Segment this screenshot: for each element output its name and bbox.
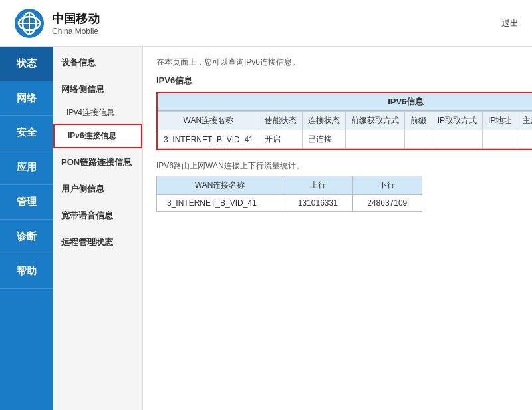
sub-nav-user-info[interactable]: 用户侧信息: [53, 176, 142, 202]
sub-nav-section-user: 用户侧信息: [53, 176, 142, 202]
col-prefix-method: 前缀获取方式: [345, 112, 404, 130]
col-enable-status: 使能状态: [259, 112, 302, 130]
nav-item-security[interactable]: 安全: [0, 116, 53, 150]
main-content: 在本页面上，您可以查询IPv6连接信息。 IPV6信息 IPV6信息 WAN连接…: [143, 47, 532, 410]
nav-item-diag[interactable]: 诊断: [0, 220, 53, 254]
sub-nav-device-info[interactable]: 设备信息: [53, 50, 142, 75]
sub-nav-network-side[interactable]: 网络侧信息: [53, 77, 142, 102]
sub-nav-section-device: 设备信息: [53, 50, 142, 75]
sub-nav-ipv4[interactable]: IPv4连接信息: [53, 102, 142, 124]
col-wan-name: WAN连接名称: [158, 112, 259, 130]
cell-prefix-method: [345, 130, 404, 149]
cell-enable-status: 开启: [259, 130, 302, 149]
col-conn-status: 连接状态: [302, 112, 345, 130]
sub-nav-section-remote: 远程管理状态: [53, 230, 142, 255]
traffic-col-down: 下行: [352, 176, 422, 195]
ipv6-table-header: IPV6信息: [158, 93, 532, 111]
ipv6-info-table: WAN连接名称 使能状态 连接状态 前缀获取方式 前缀 IP取取方式 IP地址 …: [158, 111, 532, 149]
ipv6-table-header-row: WAN连接名称 使能状态 连接状态 前缀获取方式 前缀 IP取取方式 IP地址 …: [158, 112, 533, 130]
page-description: 在本页面上，您可以查询IPv6连接信息。: [156, 57, 519, 68]
traffic-up: 131016331: [283, 195, 352, 212]
cell-prefix: [404, 130, 432, 149]
sub-nav-section-network: 网络侧信息 IPv4连接信息 IPv6连接信息: [53, 77, 142, 148]
nav-item-manage[interactable]: 管理: [0, 185, 53, 220]
sub-nav-pon[interactable]: PON链路连接信息: [53, 150, 142, 175]
traffic-col-up: 上行: [283, 176, 352, 195]
logo-text: 中国移动 China Mobile: [52, 11, 100, 36]
sub-nav-ipv6[interactable]: IPv6连接信息: [53, 124, 142, 148]
main-layout: 状态 网络 安全 应用 管理 诊断 帮助 设备信息 网络侧信息 IPv4连接信息…: [0, 47, 532, 410]
cell-ip-method: [432, 130, 482, 149]
sub-nav-section-pon: PON链路连接信息: [53, 150, 142, 175]
nav-item-status[interactable]: 状态: [0, 47, 53, 81]
cell-primary-dns: [517, 130, 532, 149]
ipv6-table-row: 3_INTERNET_B_VID_41 开启 已连接: [158, 130, 533, 149]
sub-nav-remote[interactable]: 远程管理状态: [53, 230, 142, 255]
sub-nav: 设备信息 网络侧信息 IPv4连接信息 IPv6连接信息 PON链路连接信息 用…: [53, 47, 143, 410]
traffic-col-wan: WAN连接名称: [157, 176, 283, 195]
col-ip-addr: IP地址: [483, 112, 517, 130]
col-prefix: 前缀: [404, 112, 432, 130]
traffic-description: IPV6路由上网WAN连接上下行流量统计。: [156, 160, 519, 172]
cell-ip-addr: [483, 130, 517, 149]
nav-item-help[interactable]: 帮助: [0, 254, 53, 289]
logo-cn: 中国移动: [52, 11, 100, 27]
nav-item-network[interactable]: 网络: [0, 81, 53, 116]
nav-item-app[interactable]: 应用: [0, 150, 53, 185]
logo-en: China Mobile: [52, 27, 100, 36]
col-ip-method: IP取取方式: [432, 112, 482, 130]
sub-nav-broadband[interactable]: 宽带语音信息: [53, 203, 142, 228]
traffic-header-row: WAN连接名称 上行 下行: [157, 176, 422, 195]
traffic-table: WAN连接名称 上行 下行 3_INTERNET_B_VID_41 131016…: [156, 176, 422, 212]
traffic-down: 248637109: [352, 195, 422, 212]
logout-button[interactable]: 退出: [501, 17, 519, 29]
china-mobile-logo-icon: [13, 7, 45, 39]
col-primary-dns: 主用DNS: [517, 112, 532, 130]
logo-area: 中国移动 China Mobile: [13, 7, 100, 39]
cell-conn-status: 已连接: [302, 130, 345, 149]
cell-wan-name: 3_INTERNET_B_VID_41: [158, 130, 259, 149]
traffic-wan-name: 3_INTERNET_B_VID_41: [157, 195, 283, 212]
sub-nav-section-broadband: 宽带语音信息: [53, 203, 142, 228]
header: 中国移动 China Mobile 退出: [0, 0, 532, 47]
ipv6-info-table-wrapper: IPV6信息 WAN连接名称 使能状态 连接状态 前缀获取方式 前缀 IP取取方…: [156, 92, 532, 150]
left-nav: 状态 网络 安全 应用 管理 诊断 帮助: [0, 47, 53, 410]
traffic-data-row: 3_INTERNET_B_VID_41 131016331 248637109: [157, 195, 422, 212]
ipv6-section-title: IPV6信息: [156, 75, 519, 87]
